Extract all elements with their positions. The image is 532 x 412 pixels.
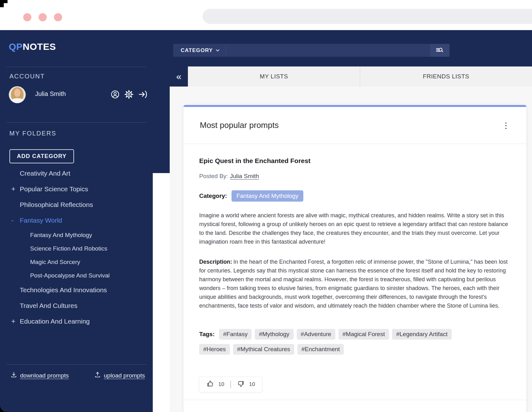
tags-label: Tags: [199,331,215,338]
folder-tree: Creativity And Art +Popular Science Topi… [0,166,153,329]
tag-pill[interactable]: #Enchantment [297,344,344,355]
most-popular-prompts-card: Most popular prompts ⋮ Epic Quest in the… [184,105,526,412]
tag-pill[interactable]: #Mythology [255,329,293,340]
category-badge[interactable]: Fantasy And Mythology [231,190,304,202]
folder-label: Popular Science Topics [20,185,88,193]
avatar-art [10,98,24,103]
tag-pill[interactable]: #Heroes [199,344,230,355]
window-control-dot[interactable] [23,13,31,21]
card-header: Most popular prompts ⋮ [184,107,526,144]
chevron-down-icon[interactable] [216,49,220,52]
divider [226,46,226,55]
search-bar[interactable]: CATEGORY [173,44,450,57]
logout-icon[interactable] [138,90,147,99]
likes-count: 10 [218,381,224,388]
author-link[interactable]: Julia Smith [230,173,259,179]
prompt-transfer-links: download prompts upload prompts [0,372,153,384]
kebab-menu-icon[interactable]: ⋮ [499,120,513,131]
upload-label: upload prompts [104,372,145,379]
profile-icon[interactable] [110,90,120,99]
folders-section-label: MY FOLDERS [9,130,56,137]
account-actions [110,90,147,99]
folder-item-magic-and-sorcery[interactable]: Magic And Sorcery [0,255,153,269]
window-control-dot[interactable] [54,13,62,21]
window-control-dot[interactable] [39,13,47,21]
search-button[interactable] [430,44,450,57]
divider [231,381,231,388]
tags-row: Tags: #Fantasy #Mythology #Adventure #Ma… [199,329,481,355]
download-prompts-link[interactable]: download prompts [10,372,69,380]
tag-pill[interactable]: #Magical Forest [338,329,389,340]
folder-toggle[interactable]: + [11,314,18,329]
posted-by-label: Posted By: [199,173,228,179]
avatar[interactable] [9,86,26,103]
folder-item-fantasy-world[interactable]: -Fantasy World [0,213,153,228]
divider [7,122,146,123]
category-row: Category: Fantasy And Mythology [199,190,511,202]
folder-toggle[interactable]: + [11,181,18,197]
tab-my-lists[interactable]: MY LISTS [188,66,360,87]
download-label: download prompts [20,372,69,379]
window-corner-mark [0,3,4,7]
folder-label: Travel And Cultures [20,302,77,309]
category-label: Category: [199,193,227,199]
category-dropdown-label[interactable]: CATEGORY [181,47,213,54]
app-logo[interactable]: QPNOTES [9,41,56,52]
like-dislike-bar: 10 10 [199,377,262,392]
dislikes-count: 10 [249,381,255,388]
sidebar-rail [153,66,170,173]
avatar-art [14,89,20,97]
browser-chrome [0,0,532,30]
thumbs-up-icon[interactable] [206,380,214,389]
double-chevron-left-icon: « [176,71,182,82]
tag-pill[interactable]: #Mythical Creatures [233,344,294,355]
window-corner-mark [0,0,8,3]
card-title: Most popular prompts [200,120,279,130]
collapse-sidebar-button[interactable]: « [170,66,188,87]
tag-pill[interactable]: #Adventure [297,329,335,340]
folder-label: Magic And Sorcery [30,259,80,265]
folder-toggle[interactable]: - [11,213,18,228]
download-icon [10,372,17,380]
lists-tabs: MY LISTS FRIENDS LISTS [188,66,532,87]
user-name: Julia Smith [35,90,66,98]
folder-label: Post-Apocalypse And Survival [30,272,109,279]
description-text: In the heart of the Enchanted Forest, a … [199,259,508,309]
tab-friends-lists[interactable]: FRIENDS LISTS [360,66,532,87]
post-title: Epic Quest in the Enchanted Forest [199,157,511,165]
description-paragraph: Description:In the heart of the Enchante… [199,257,511,310]
posted-by-row: Posted By:Julia Smith [199,173,511,180]
folder-label: Technologies And Innovations [20,286,107,293]
folder-item-post-apocalypse-and-survival[interactable]: Post-Apocalypse And Survival [0,269,153,282]
folder-item-education-and-learning[interactable]: +Education And Learning [0,314,153,329]
folder-label: Creativity And Art [20,170,70,177]
settings-gear-icon[interactable] [124,90,134,99]
logo-qp: QP [9,41,23,52]
logo-notes: NOTES [23,41,56,52]
top-header: CATEGORY [153,30,532,66]
divider [7,67,146,67]
divider [7,364,146,365]
sidebar: QPNOTES ACCOUNT Julia Smith [0,30,153,412]
folder-item-fantasy-and-mythology[interactable]: Fantasy And Mythology [0,228,153,242]
prompt-text: Imagine a world where ancient forests ar… [199,211,511,246]
tag-pill[interactable]: #Fantasy [219,329,252,340]
add-category-button[interactable]: ADD CATEGORY [9,149,74,163]
divider [184,400,526,400]
folder-item-creativity-and-art[interactable]: Creativity And Art [0,166,153,181]
folder-item-technologies-and-innovations[interactable]: Technologies And Innovations [0,282,153,298]
folder-label: Fantasy And Mythology [30,232,92,238]
folder-label: Education And Learning [20,318,90,325]
folder-item-popular-science-topics[interactable]: +Popular Science Topics [0,181,153,197]
upload-prompts-link[interactable]: upload prompts [94,372,145,380]
folder-item-science-fiction-and-robotics[interactable]: Science Fiction And Robotics [0,242,153,255]
folder-label: Science Fiction And Robotics [30,245,107,252]
tag-pill[interactable]: #Legendary Artifact [392,329,452,340]
description-label: Description: [199,259,232,265]
folder-item-philosophical-reflections[interactable]: Philosophical Reflections [0,197,153,213]
upload-icon [94,372,101,380]
folder-label: Philosophical Reflections [20,201,93,208]
folder-item-travel-and-cultures[interactable]: Travel And Cultures [0,298,153,314]
thumbs-down-icon[interactable] [237,380,245,389]
browser-address-bar[interactable] [203,9,532,24]
